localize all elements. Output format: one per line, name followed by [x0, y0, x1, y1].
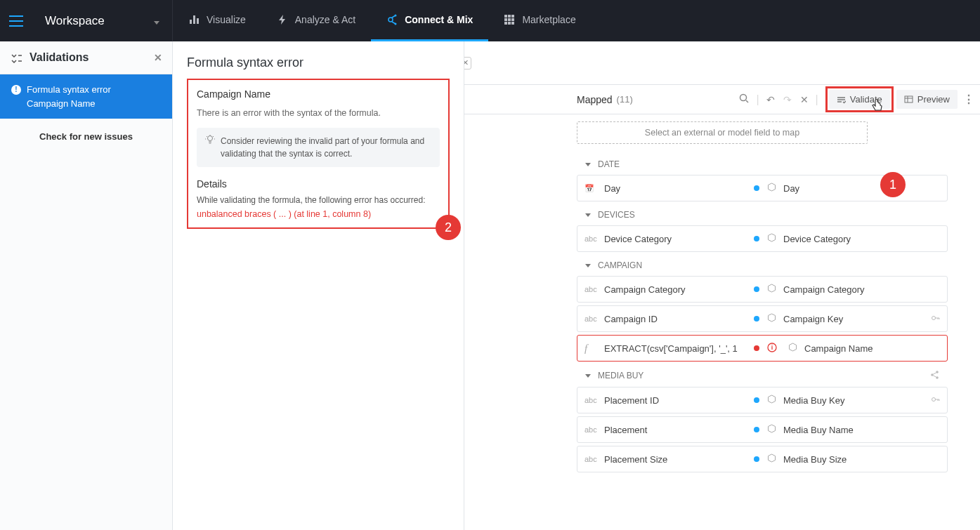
field-row-error[interactable]: fEXTRACT(csv['Campaign'], '_', 1 iCampai… — [577, 335, 948, 362]
group-campaign[interactable]: CAMPAIGN — [577, 255, 948, 276]
field-row[interactable]: abcCampaign Category Campaign Category — [577, 276, 948, 303]
map-dot-icon — [754, 185, 759, 191]
details-message: While validating the formula, the follow… — [197, 195, 440, 205]
map-dot-icon — [754, 345, 759, 351]
svg-rect-15 — [905, 96, 913, 102]
map-dot-icon — [754, 286, 759, 292]
preview-label: Preview — [917, 94, 950, 105]
sidebar-header: Validations ✕ — [0, 41, 172, 74]
target-field: Media Buy Size — [783, 454, 847, 465]
target-field: Campaign Name — [804, 343, 873, 354]
target-field: Day — [783, 183, 799, 194]
tab-analyze[interactable]: Analyze & Act — [261, 0, 371, 41]
map-dot-icon — [754, 397, 759, 403]
source-field: Campaign ID — [604, 314, 658, 324]
group-label: DATE — [598, 159, 620, 169]
map-dot-icon — [754, 427, 759, 432]
model-icon — [767, 453, 776, 465]
target-field: Media Buy Name — [783, 425, 854, 435]
top-bar: Workspace Visualize Analyze & Act Connec… — [0, 0, 980, 41]
field-row[interactable]: abcPlacement Size Media Buy Size — [577, 446, 948, 472]
svg-rect-7 — [511, 18, 514, 21]
clear-icon[interactable]: ✕ — [796, 91, 813, 108]
validation-subtitle: Campaign Name — [11, 97, 161, 111]
search-icon[interactable] — [735, 91, 753, 108]
key-icon — [931, 395, 940, 406]
validation-item[interactable]: ! Formula syntax error Campaign Name — [0, 74, 172, 119]
group-label: DEVICES — [598, 210, 635, 220]
more-icon[interactable]: ⋮ — [958, 90, 980, 109]
target-field: Campaign Key — [783, 314, 843, 324]
validate-button[interactable]: Validate — [829, 90, 890, 109]
group-mediabuy[interactable]: MEDIA BUY — [577, 364, 948, 387]
map-dot-icon — [754, 456, 759, 462]
field-row[interactable]: abcPlacement ID Media Buy Key — [577, 387, 948, 413]
share-icon[interactable] — [930, 370, 939, 381]
svg-rect-2 — [504, 15, 507, 18]
error-detail-panel: Formula syntax error Campaign Name There… — [173, 41, 464, 530]
source-field: Placement Size — [604, 454, 667, 465]
info-error-icon: i — [767, 343, 777, 355]
model-icon — [767, 284, 776, 295]
field-row[interactable]: abcDevice Category Device Category — [577, 225, 948, 252]
detail-hint: Consider reviewing the invalid part of y… — [197, 128, 440, 167]
error-message-text: unbalanced braces ( ... ) (at line 1, co… — [197, 209, 440, 219]
map-dot-icon — [754, 236, 759, 241]
source-field: Device Category — [604, 234, 672, 244]
connect-icon — [386, 14, 398, 25]
preview-button[interactable]: Preview — [896, 90, 958, 109]
select-field-hint[interactable]: Select an external or model field to map — [577, 121, 868, 144]
mapping-toolbar: Mapped (11) | ↶ ↷ ✕ | Validate Preview ⋮ — [464, 85, 980, 114]
text-type-icon: abc — [584, 396, 597, 404]
svg-point-14 — [740, 95, 747, 101]
field-row[interactable]: abcCampaign ID Campaign Key — [577, 305, 948, 332]
model-icon — [767, 313, 776, 324]
error-icon: ! — [11, 85, 21, 95]
svg-point-16 — [932, 317, 936, 320]
chevron-down-icon — [154, 15, 159, 27]
validations-icon — [11, 52, 22, 63]
tab-marketplace[interactable]: Marketplace — [488, 0, 591, 41]
detail-heading: Formula syntax error — [187, 55, 450, 70]
group-label: CAMPAIGN — [598, 260, 642, 270]
hamburger-icon[interactable] — [0, 0, 32, 41]
svg-point-0 — [395, 15, 397, 17]
hint-text: Consider reviewing the invalid part of y… — [221, 135, 431, 160]
svg-text:!: ! — [15, 86, 17, 93]
lightbulb-icon — [205, 135, 215, 160]
source-field: Placement — [604, 425, 647, 435]
group-devices[interactable]: DEVICES — [577, 204, 948, 225]
close-icon[interactable]: ✕ — [154, 52, 162, 63]
callout-badge-2: 2 — [436, 215, 461, 240]
field-list: DATE 📅Day Day DEVICES abcDevice Category… — [577, 154, 948, 472]
target-field: Campaign Category — [783, 284, 865, 295]
workspace-selector[interactable]: Workspace — [32, 0, 173, 41]
svg-rect-3 — [508, 15, 511, 18]
chevron-down-icon — [585, 374, 591, 378]
tab-visualize[interactable]: Visualize — [173, 0, 261, 41]
model-icon — [767, 183, 776, 194]
tab-connect[interactable]: Connect & Mix — [371, 0, 488, 41]
field-row[interactable]: abcPlacement Media Buy Name — [577, 416, 948, 443]
svg-rect-9 — [508, 22, 511, 25]
chevron-down-icon — [585, 264, 591, 267]
svg-rect-8 — [504, 22, 507, 25]
preview-icon — [904, 95, 913, 104]
mapped-count: (11) — [617, 94, 633, 105]
error-detail-box: Campaign Name There is an error with the… — [187, 79, 450, 229]
target-field: Media Buy Key — [783, 395, 844, 406]
validate-button-highlight: Validate — [825, 86, 894, 112]
undo-icon[interactable]: ↶ — [762, 91, 779, 108]
svg-point-19 — [931, 373, 934, 376]
tab-label: Visualize — [207, 14, 246, 25]
model-icon — [788, 343, 797, 354]
formula-icon: f — [584, 343, 597, 355]
text-type-icon: abc — [584, 455, 597, 463]
svg-point-20 — [936, 371, 939, 373]
model-icon — [767, 233, 776, 244]
check-new-issues-button[interactable]: Check for new issues — [0, 119, 172, 154]
redo-icon[interactable]: ↷ — [779, 91, 796, 108]
target-field: Device Category — [783, 234, 851, 244]
bar-chart-icon — [188, 14, 200, 25]
calendar-icon: 📅 — [584, 184, 597, 193]
